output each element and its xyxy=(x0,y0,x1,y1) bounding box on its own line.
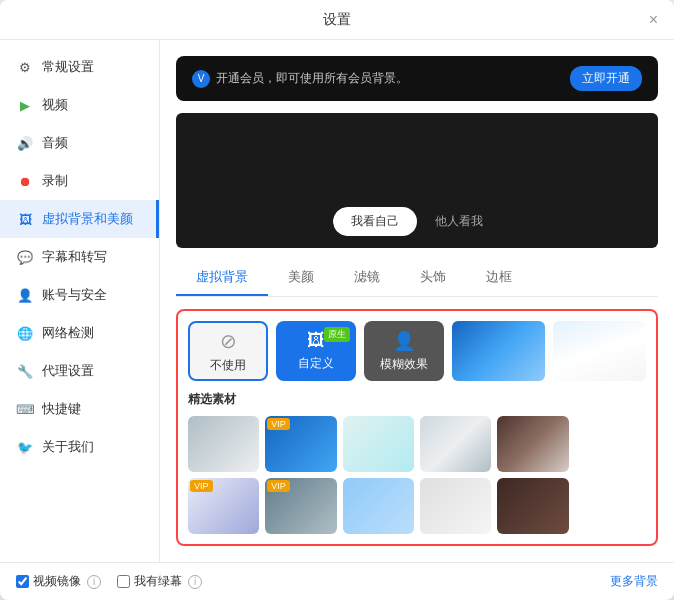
no-use-label: 不使用 xyxy=(210,357,246,374)
bg-option-blur[interactable]: 👤 模糊效果 xyxy=(364,321,444,381)
tab-headwear[interactable]: 头饰 xyxy=(400,260,466,296)
custom-icon: 🖼 xyxy=(307,330,325,351)
gear-icon: ⚙ xyxy=(16,58,34,76)
sidebar-item-label: 代理设置 xyxy=(42,362,94,380)
vip-message: 开通会员，即可使用所有会员背景。 xyxy=(216,70,408,87)
sidebar-item-caption[interactable]: 💬字幕和转写 xyxy=(0,238,159,276)
sidebar-item-audio[interactable]: 🔊音频 xyxy=(0,124,159,162)
greenscreen-checkbox-label[interactable]: 我有绿幕 i xyxy=(117,573,202,590)
tab-frame[interactable]: 边框 xyxy=(466,260,532,296)
bg-thumb-r1c4[interactable] xyxy=(420,416,491,472)
sidebar: ⚙常规设置▶视频🔊音频⏺录制🖼虚拟背景和美颜💬字幕和转写👤账号与安全🌐网络检测🔧… xyxy=(0,40,160,562)
bg-thumb-r1c1[interactable] xyxy=(188,416,259,472)
record-icon: ⏺ xyxy=(16,172,34,190)
tab-beauty[interactable]: 美颜 xyxy=(268,260,334,296)
sidebar-item-proxy[interactable]: 🔧代理设置 xyxy=(0,352,159,390)
bg-thumb-r2c3[interactable] xyxy=(343,478,414,534)
sidebar-item-label: 账号与安全 xyxy=(42,286,107,304)
bg-options-row: ⊘ 不使用 原生 🖼 自定义 👤 模糊效果 xyxy=(188,321,646,381)
more-bg-link[interactable]: 更多背景 xyxy=(610,573,658,590)
mirror-label: 视频镜像 xyxy=(33,573,81,590)
view-others-button[interactable]: 他人看我 xyxy=(417,207,501,236)
sidebar-item-shortcut[interactable]: ⌨快捷键 xyxy=(0,390,159,428)
caption-icon: 💬 xyxy=(16,248,34,266)
settings-window: 设置 × ⚙常规设置▶视频🔊音频⏺录制🖼虚拟背景和美颜💬字幕和转写👤账号与安全🌐… xyxy=(0,0,674,600)
blur-label: 模糊效果 xyxy=(380,356,428,373)
bg-grid-row1: VIP xyxy=(188,416,646,472)
account-icon: 👤 xyxy=(16,286,34,304)
vip-tag-3: VIP xyxy=(267,480,290,492)
network-icon: 🌐 xyxy=(16,324,34,342)
section-title: 精选素材 xyxy=(188,391,646,408)
sidebar-item-label: 虚拟背景和美颜 xyxy=(42,210,133,228)
about-icon: 🐦 xyxy=(16,438,34,456)
vip-text: V 开通会员，即可使用所有会员背景。 xyxy=(192,70,408,88)
sidebar-item-label: 录制 xyxy=(42,172,68,190)
shortcut-icon: ⌨ xyxy=(16,400,34,418)
sidebar-item-general[interactable]: ⚙常规设置 xyxy=(0,48,159,86)
content-area: V 开通会员，即可使用所有会员背景。 立即开通 我看自己 他人看我 虚拟背景美颜… xyxy=(160,40,674,562)
greenscreen-info-icon[interactable]: i xyxy=(188,575,202,589)
custom-label: 自定义 xyxy=(298,355,334,372)
greenscreen-label: 我有绿幕 xyxy=(134,573,182,590)
mirror-info-icon[interactable]: i xyxy=(87,575,101,589)
sidebar-item-label: 音频 xyxy=(42,134,68,152)
tab-virtual-bg[interactable]: 虚拟背景 xyxy=(176,260,268,296)
preview-area: 我看自己 他人看我 xyxy=(176,113,658,248)
sidebar-item-video[interactable]: ▶视频 xyxy=(0,86,159,124)
audio-icon: 🔊 xyxy=(16,134,34,152)
sidebar-item-label: 关于我们 xyxy=(42,438,94,456)
bg-option-custom[interactable]: 原生 🖼 自定义 xyxy=(276,321,356,381)
bg-thumb-4[interactable] xyxy=(452,321,545,381)
bg-grid-row2: VIP VIP xyxy=(188,478,646,534)
sidebar-item-virtual-bg[interactable]: 🖼虚拟背景和美颜 xyxy=(0,200,159,238)
sidebar-item-account[interactable]: 👤账号与安全 xyxy=(0,276,159,314)
bg-thumb-r2c2[interactable]: VIP xyxy=(265,478,336,534)
bg-selector: ⊘ 不使用 原生 🖼 自定义 👤 模糊效果 xyxy=(176,309,658,546)
bg-thumb-r2c6-empty xyxy=(575,478,646,534)
bg-thumb-r1c3[interactable] xyxy=(343,416,414,472)
sidebar-item-label: 视频 xyxy=(42,96,68,114)
sidebar-item-label: 常规设置 xyxy=(42,58,94,76)
close-button[interactable]: × xyxy=(649,11,658,29)
main-area: ⚙常规设置▶视频🔊音频⏺录制🖼虚拟背景和美颜💬字幕和转写👤账号与安全🌐网络检测🔧… xyxy=(0,40,674,562)
bg-thumb-r1c5[interactable] xyxy=(497,416,568,472)
view-toggle: 我看自己 他人看我 xyxy=(333,207,501,236)
vip-activate-button[interactable]: 立即开通 xyxy=(570,66,642,91)
bg-thumb-r2c5[interactable] xyxy=(497,478,568,534)
sidebar-item-record[interactable]: ⏺录制 xyxy=(0,162,159,200)
original-tag: 原生 xyxy=(324,327,350,342)
mirror-checkbox-label[interactable]: 视频镜像 i xyxy=(16,573,101,590)
tab-filter[interactable]: 滤镜 xyxy=(334,260,400,296)
sidebar-item-network[interactable]: 🌐网络检测 xyxy=(0,314,159,352)
sidebar-item-label: 快捷键 xyxy=(42,400,81,418)
vip-tag-1: VIP xyxy=(267,418,290,430)
bottom-left: 视频镜像 i 我有绿幕 i xyxy=(16,573,202,590)
video-icon: ▶ xyxy=(16,96,34,114)
sidebar-item-label: 字幕和转写 xyxy=(42,248,107,266)
vip-icon: V xyxy=(192,70,210,88)
bg-thumb-r2c4[interactable] xyxy=(420,478,491,534)
bg-thumb-r1c2[interactable]: VIP xyxy=(265,416,336,472)
sidebar-item-label: 网络检测 xyxy=(42,324,94,342)
bg-thumb-r1c6-empty xyxy=(575,416,646,472)
vip-banner: V 开通会员，即可使用所有会员背景。 立即开通 xyxy=(176,56,658,101)
tabs-bar: 虚拟背景美颜滤镜头饰边框 xyxy=(176,260,658,297)
title-bar: 设置 × xyxy=(0,0,674,40)
blur-icon: 👤 xyxy=(393,330,415,352)
view-self-button[interactable]: 我看自己 xyxy=(333,207,417,236)
sidebar-item-about[interactable]: 🐦关于我们 xyxy=(0,428,159,466)
greenscreen-checkbox[interactable] xyxy=(117,575,130,588)
window-title: 设置 xyxy=(323,11,351,29)
bg-thumb-r2c1[interactable]: VIP xyxy=(188,478,259,534)
virtual-bg-icon: 🖼 xyxy=(16,210,34,228)
proxy-icon: 🔧 xyxy=(16,362,34,380)
no-use-icon: ⊘ xyxy=(220,329,237,353)
bottom-bar: 视频镜像 i 我有绿幕 i 更多背景 xyxy=(0,562,674,600)
mirror-checkbox[interactable] xyxy=(16,575,29,588)
vip-tag-2: VIP xyxy=(190,480,213,492)
bg-option-none[interactable]: ⊘ 不使用 xyxy=(188,321,268,381)
bg-thumb-5[interactable] xyxy=(553,321,646,381)
